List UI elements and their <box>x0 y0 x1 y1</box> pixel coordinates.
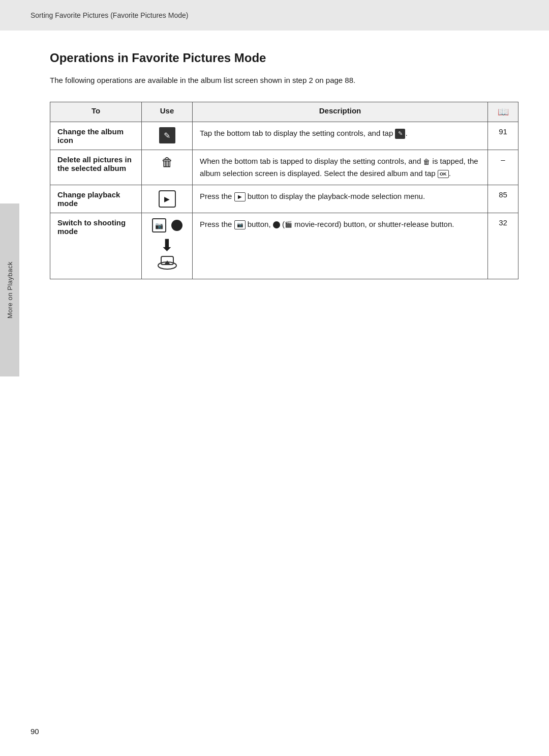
top-header: Sorting Favorite Pictures (Favorite Pict… <box>0 0 549 31</box>
play-button-icon: ▶ <box>234 192 246 201</box>
row3-to: Change playback mode <box>50 185 142 213</box>
row4-ref: 32 <box>488 213 518 279</box>
row2-ref: – <box>488 150 518 185</box>
col-header-to: To <box>50 102 142 122</box>
header-text: Sorting Favorite Pictures (Favorite Pict… <box>30 11 188 19</box>
book-icon: 📖 <box>498 107 509 117</box>
row3-description: Press the ▶ button to display the playba… <box>193 185 488 213</box>
page-title: Operations in Favorite Pictures Mode <box>50 51 518 65</box>
trash-icon-inline: 🗑 <box>423 156 430 167</box>
table-row: Delete all pictures in the selected albu… <box>50 150 518 185</box>
sidebar-label: More on Playback <box>6 261 14 318</box>
trash-icon: 🗑 <box>161 155 173 169</box>
operations-table: To Use Description 📖 Change the album ic… <box>50 102 518 279</box>
shutter-release-icon: ⬇ <box>157 236 177 273</box>
col-header-description: Description <box>193 102 488 122</box>
main-content: Operations in Favorite Pictures Mode The… <box>19 31 549 300</box>
row1-use: ✎ <box>142 122 193 150</box>
switch-icons-row: 📷 <box>152 218 182 232</box>
shutter-icon-container: ⬇ <box>157 236 177 274</box>
table-row: Switch to shooting mode 📷 ⬇ <box>50 213 518 279</box>
row2-use: 🗑 <box>142 150 193 185</box>
movie-record-text: 🎬 <box>285 221 292 228</box>
pencil-icon-inline: ✎ <box>395 129 405 139</box>
row2-to: Delete all pictures in the selected albu… <box>50 150 142 185</box>
page-wrapper: More on Playback Sorting Favorite Pictur… <box>0 0 549 756</box>
row1-ref: 91 <box>488 122 518 150</box>
intro-text: The following operations are available i… <box>50 74 518 86</box>
page-number: 90 <box>30 727 39 736</box>
col-header-ref: 📖 <box>488 102 518 122</box>
circle-icon <box>171 220 182 231</box>
shutter-svg <box>157 255 177 270</box>
row4-to: Switch to shooting mode <box>50 213 142 279</box>
camera-icon: 📷 <box>152 218 166 232</box>
table-row: Change the album icon ✎ Tap the bottom t… <box>50 122 518 150</box>
camera-button-icon: 📷 <box>234 220 246 229</box>
row3-use: ▶ <box>142 185 193 213</box>
row3-ref: 85 <box>488 185 518 213</box>
switch-icons-container: 📷 ⬇ <box>149 218 185 274</box>
table-header-row: To Use Description 📖 <box>50 102 518 122</box>
sidebar-tab: More on Playback <box>0 203 19 376</box>
row1-description: Tap the bottom tab to display the settin… <box>193 122 488 150</box>
row2-description: When the bottom tab is tapped to display… <box>193 150 488 185</box>
pencil-icon: ✎ <box>159 127 175 143</box>
table-row: Change playback mode ▶ Press the ▶ butto… <box>50 185 518 213</box>
row4-description: Press the 📷 button, (🎬 movie-record) but… <box>193 213 488 279</box>
playback-icon: ▶ <box>159 190 176 208</box>
col-header-use: Use <box>142 102 193 122</box>
row4-use: 📷 ⬇ <box>142 213 193 279</box>
row1-to: Change the album icon <box>50 122 142 150</box>
ok-icon-inline: OK <box>438 170 449 178</box>
circle-button-icon <box>273 221 280 228</box>
